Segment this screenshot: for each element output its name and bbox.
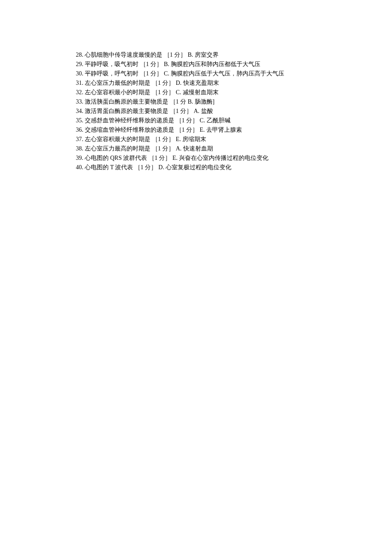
item-score: ［1 分］ [164, 52, 187, 58]
item-score: ［1 分］ [149, 155, 171, 161]
item-answer: B. 房室交界 [188, 52, 219, 58]
list-item: 36. 交感缩血管神经纤维释放的递质是 ［1 分］ E. 去甲肾上腺素 [76, 125, 340, 134]
item-score: ［1 分］ [170, 108, 193, 114]
item-score: ［1 分］ [140, 61, 163, 67]
item-question: 心电图的 QRS 波群代表 [85, 155, 147, 161]
item-score: ［1 分 [170, 98, 187, 105]
item-answer: A. 快速射血期 [176, 145, 213, 152]
item-question: 左心室容积最大的时期是 [85, 136, 150, 142]
item-question: 心电图的 T 波代表 [85, 164, 133, 171]
item-answer: E. 房缩期末 [176, 136, 207, 142]
item-number: 35. [76, 117, 84, 124]
item-answer: D. 快速充盈期末 [176, 80, 219, 86]
item-question: 左心室压力最高的时期是 [85, 145, 150, 152]
item-number: 31. [76, 80, 84, 86]
item-number: 28. [76, 52, 84, 58]
item-number: 32. [76, 89, 84, 95]
item-question: 交感缩血管神经纤维释放的递质是 [85, 127, 174, 133]
item-number: 29. [76, 61, 84, 67]
item-number: 36. [76, 127, 84, 133]
item-number: 33. [76, 98, 84, 105]
item-number: 30. [76, 70, 84, 77]
list-item: 33. 激活胰蛋白酶原的最主要物质是 ［1 分 B. 肠激酶] [76, 97, 340, 106]
document-page: 28. 心肌细胞中传导速度最慢的是 ［1 分］ B. 房室交界 29. 平静呼吸… [0, 0, 340, 172]
item-score: ［1 分］ [140, 70, 163, 77]
item-score: ［1 分］ [152, 89, 175, 95]
item-score: ［1 分］ [135, 164, 157, 171]
item-score: ［1 分］ [176, 117, 199, 124]
item-number: 34. [76, 108, 84, 114]
item-question: 激活胃蛋白酶原的最主要物质是 [85, 108, 168, 114]
list-item: 31. 左心室压力最低的时期是 ［1 分］ D. 快速充盈期末 [76, 78, 340, 87]
item-score: ［1 分］ [176, 127, 199, 133]
item-number: 39. [76, 155, 84, 161]
list-item: 35. 交感舒血管神经纤维释放的递质是 ［1 分］ C. 乙酰胆碱 [76, 116, 340, 125]
item-question: 左心室压力最低的时期是 [85, 80, 150, 86]
item-answer: D. 心室复极过程的电位变化 [159, 164, 231, 171]
list-item: 39. 心电图的 QRS 波群代表 ［1 分］ E. 兴奋在心室内传播过程的电位… [76, 153, 340, 162]
item-number: 40. [76, 164, 84, 171]
list-item: 29. 平静呼吸，吸气初时 ［1 分］ B. 胸膜腔内压和肺内压都低于大气压 [76, 60, 340, 69]
item-answer: C. 胸膜腔内压低于大气压，肺内压高于大气压 [164, 70, 284, 77]
item-answer: E. 去甲肾上腺素 [200, 127, 242, 133]
item-answer: E. 兴奋在心室内传播过程的电位变化 [173, 155, 269, 161]
list-item: 38. 左心室压力最高的时期是 ［1 分］ A. 快速射血期 [76, 144, 340, 153]
item-question: 心肌细胞中传导速度最慢的是 [85, 52, 162, 58]
item-answer: A. 盐酸 [194, 108, 213, 114]
item-question: 平静呼吸，呼气初时 [85, 70, 138, 77]
item-answer: C. 乙酰胆碱 [200, 117, 231, 124]
item-answer: B. 肠激酶] [188, 98, 215, 105]
list-item: 28. 心肌细胞中传导速度最慢的是 ［1 分］ B. 房室交界 [76, 50, 340, 59]
list-item: 30. 平静呼吸，呼气初时 ［1 分］ C. 胸膜腔内压低于大气压，肺内压高于大… [76, 69, 340, 78]
item-number: 38. [76, 145, 84, 152]
list-item: 32. 左心室容积最小的时期是 ［1 分］ C. 减慢射血期末 [76, 88, 340, 97]
item-answer: B. 胸膜腔内压和肺内压都低于大气压 [164, 61, 260, 67]
item-score: ［1 分］ [152, 80, 175, 86]
item-question: 交感舒血管神经纤维释放的递质是 [85, 117, 174, 124]
item-score: ［1 分］ [152, 145, 175, 152]
item-question: 激活胰蛋白酶原的最主要物质是 [85, 98, 168, 105]
item-number: 37. [76, 136, 84, 142]
item-question: 平静呼吸，吸气初时 [85, 61, 138, 67]
item-score: ［1 分］ [152, 136, 175, 142]
item-question: 左心室容积最小的时期是 [85, 89, 150, 95]
list-item: 34. 激活胃蛋白酶原的最主要物质是 ［1 分］ A. 盐酸 [76, 107, 340, 116]
list-item: 37. 左心室容积最大的时期是 ［1 分］ E. 房缩期末 [76, 135, 340, 144]
list-item: 40. 心电图的 T 波代表 ［1 分］ D. 心室复极过程的电位变化 [76, 163, 340, 172]
item-answer: C. 减慢射血期末 [176, 89, 219, 95]
